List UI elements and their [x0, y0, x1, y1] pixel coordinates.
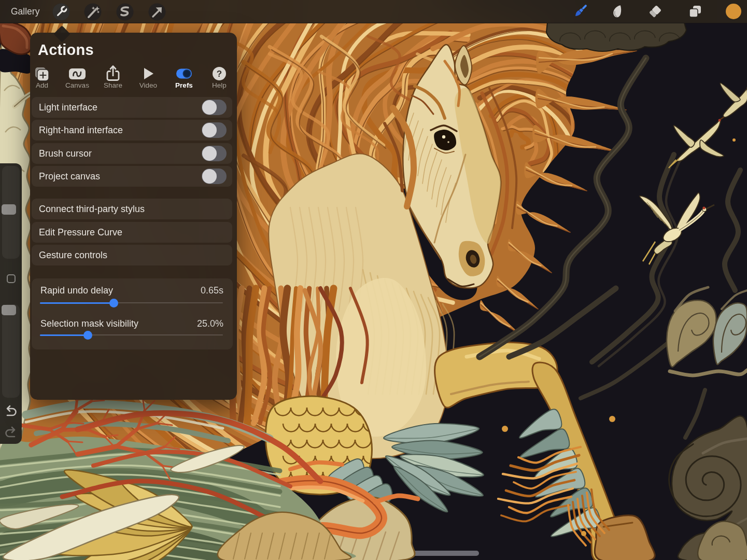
svg-text:Help: Help	[212, 81, 227, 89]
svg-text:?: ?	[217, 69, 222, 79]
svg-text:Video: Video	[139, 81, 157, 89]
svg-text:Share: Share	[104, 81, 122, 89]
svg-text:Canvas: Canvas	[65, 81, 89, 89]
svg-text:Add: Add	[36, 81, 48, 89]
svg-text:Prefs: Prefs	[175, 81, 193, 89]
